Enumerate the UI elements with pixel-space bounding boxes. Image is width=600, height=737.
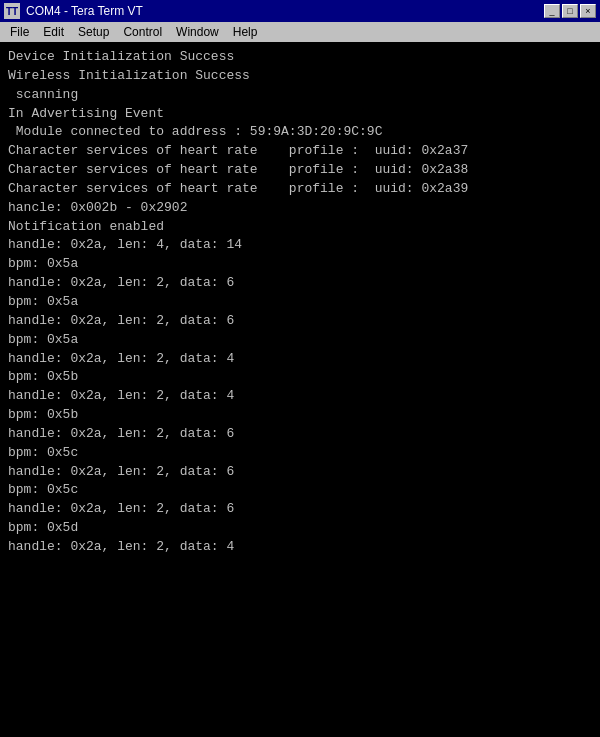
terminal-line: Character services of heart rate profile…	[8, 161, 592, 180]
terminal-line: Character services of heart rate profile…	[8, 142, 592, 161]
terminal-line: handle: 0x2a, len: 2, data: 6	[8, 500, 592, 519]
terminal-line: handle: 0x2a, len: 2, data: 6	[8, 463, 592, 482]
terminal-line: In Advertising Event	[8, 105, 592, 124]
title-text: COM4 - Tera Term VT	[26, 4, 538, 18]
title-bar: TT COM4 - Tera Term VT _ □ ×	[0, 0, 600, 22]
terminal: Device Initialization SuccessWireless In…	[0, 42, 600, 737]
terminal-line: handle: 0x2a, len: 2, data: 4	[8, 387, 592, 406]
menu-control[interactable]: Control	[117, 24, 168, 40]
terminal-line: Module connected to address : 59:9A:3D:2…	[8, 123, 592, 142]
terminal-line: bpm: 0x5b	[8, 406, 592, 425]
terminal-line: bpm: 0x5a	[8, 331, 592, 350]
terminal-line: handle: 0x2a, len: 4, data: 14	[8, 236, 592, 255]
menu-window[interactable]: Window	[170, 24, 225, 40]
maximize-button[interactable]: □	[562, 4, 578, 18]
terminal-line: bpm: 0x5a	[8, 293, 592, 312]
terminal-line: bpm: 0x5c	[8, 481, 592, 500]
menu-help[interactable]: Help	[227, 24, 264, 40]
terminal-line: scanning	[8, 86, 592, 105]
terminal-line: Character services of heart rate profile…	[8, 180, 592, 199]
minimize-button[interactable]: _	[544, 4, 560, 18]
title-buttons: _ □ ×	[544, 4, 596, 18]
close-button[interactable]: ×	[580, 4, 596, 18]
terminal-line: bpm: 0x5a	[8, 255, 592, 274]
terminal-line: Device Initialization Success	[8, 48, 592, 67]
terminal-line: handle: 0x2a, len: 2, data: 6	[8, 274, 592, 293]
menu-setup[interactable]: Setup	[72, 24, 115, 40]
menu-bar: File Edit Setup Control Window Help	[0, 22, 600, 42]
terminal-line: handle: 0x2a, len: 2, data: 4	[8, 350, 592, 369]
terminal-line: bpm: 0x5c	[8, 444, 592, 463]
menu-edit[interactable]: Edit	[37, 24, 70, 40]
title-bar-icon: TT	[4, 3, 20, 19]
terminal-line: bpm: 0x5b	[8, 368, 592, 387]
terminal-line: hancle: 0x002b - 0x2902	[8, 199, 592, 218]
terminal-line: bpm: 0x5d	[8, 519, 592, 538]
terminal-line: handle: 0x2a, len: 2, data: 6	[8, 312, 592, 331]
terminal-line: handle: 0x2a, len: 2, data: 6	[8, 425, 592, 444]
terminal-line: handle: 0x2a, len: 2, data: 4	[8, 538, 592, 557]
terminal-line: Wireless Initialization Success	[8, 67, 592, 86]
terminal-line: Notification enabled	[8, 218, 592, 237]
menu-file[interactable]: File	[4, 24, 35, 40]
